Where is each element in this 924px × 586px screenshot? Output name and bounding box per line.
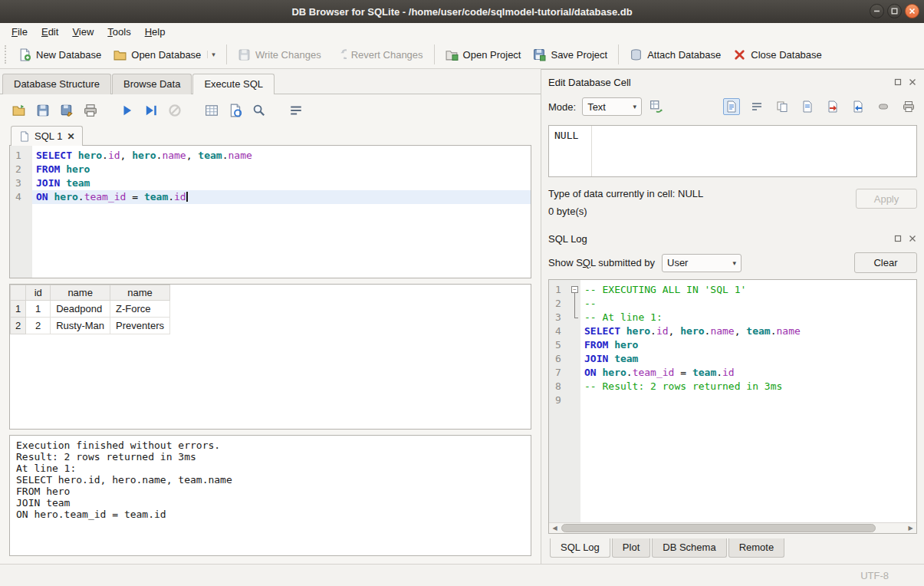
edit-cell-float-button[interactable] [893, 77, 903, 87]
open-sql-file-button[interactable] [11, 102, 28, 119]
save-sql-as-button[interactable] [58, 102, 75, 119]
log-horizontal-scrollbar[interactable]: ◀ ▶ [549, 522, 916, 533]
edit-cell-title: Edit Database Cell [548, 77, 631, 88]
find-replace-button[interactable] [251, 102, 268, 119]
sql-editor[interactable]: 1234 SELECT hero.id, hero.name, team.nam… [9, 145, 531, 278]
edit-cell-close-button[interactable] [907, 77, 917, 87]
column-header[interactable]: name [51, 285, 110, 301]
scrollbar-thumb[interactable] [561, 524, 876, 532]
line-number: 2 [10, 163, 32, 176]
code-line[interactable]: ON hero.team_id = team.id [580, 366, 916, 380]
code-line[interactable]: ON hero.team_id = team.id [32, 190, 531, 204]
auto-switch-mode-button[interactable] [648, 98, 665, 115]
menu-file[interactable]: File [5, 25, 35, 39]
attach-database-button[interactable]: Attach Database [623, 44, 727, 65]
import-cell-button[interactable] [824, 98, 841, 115]
code-line[interactable]: -- At line 1: [580, 311, 916, 324]
open-database-dropdown[interactable]: ▾ [207, 51, 215, 58]
open-project-button[interactable]: Open Project [439, 44, 528, 65]
save-project-button[interactable]: Save Project [527, 44, 613, 65]
import-cell-icon [827, 100, 839, 113]
line-number: 2 [549, 297, 570, 311]
result-cell[interactable]: Preventers [110, 318, 170, 334]
menu-help[interactable]: Help [138, 25, 173, 39]
menu-view[interactable]: View [65, 25, 100, 39]
fold-marker-icon[interactable]: − [571, 286, 578, 293]
print-button[interactable] [82, 102, 99, 119]
row-header[interactable]: 1 [11, 301, 26, 318]
tab-browse-data[interactable]: Browse Data [112, 74, 192, 94]
open-project-icon [446, 48, 459, 61]
scrollbar-track[interactable] [561, 523, 905, 533]
save-cell-button[interactable] [799, 98, 816, 115]
print-cell-button[interactable] [900, 98, 917, 115]
code-line[interactable]: SELECT hero.id, hero.name, team.name [580, 324, 916, 338]
close-database-button[interactable]: Close Database [727, 44, 828, 65]
text-view-button[interactable] [723, 98, 740, 115]
minimize-button[interactable] [870, 4, 884, 18]
scroll-left-icon[interactable]: ◀ [549, 523, 561, 533]
code-line[interactable]: SELECT hero.id, hero.name, team.name [32, 149, 531, 163]
grid-corner[interactable] [11, 285, 26, 301]
code-line[interactable] [580, 393, 916, 407]
code-line[interactable]: FROM hero [580, 338, 916, 352]
results-grid[interactable]: idnamename11DeadpondZ-Force22Rusty-ManPr… [9, 284, 531, 430]
code-line[interactable]: JOIN team [32, 176, 531, 190]
code-line[interactable]: JOIN team [580, 352, 916, 366]
tab-execute-sql[interactable]: Execute SQL [192, 74, 275, 94]
sql-log-close-button[interactable] [907, 234, 917, 244]
tab-database-structure[interactable]: Database Structure [2, 74, 111, 94]
result-cell[interactable]: Z-Force [110, 301, 170, 318]
cell-editor[interactable]: NULL [548, 125, 917, 177]
tab-sql-log[interactable]: SQL Log [550, 538, 610, 558]
export-cell-button[interactable] [850, 98, 866, 115]
tab-remote[interactable]: Remote [728, 538, 785, 558]
log-source-combobox[interactable]: User ▾ [662, 254, 742, 272]
sql-log-filter-label: Show SQL submitted by [548, 257, 655, 268]
tab-db-schema[interactable]: DB Schema [652, 538, 726, 558]
clear-log-button[interactable]: Clear [854, 252, 917, 273]
sql-tab[interactable]: SQL 1 ✕ [11, 126, 83, 146]
execute-line-button[interactable] [143, 102, 159, 119]
sql-log-float-button[interactable] [893, 234, 903, 244]
result-cell[interactable]: Rusty-Man [51, 318, 110, 334]
close-database-icon [733, 48, 746, 61]
execute-all-button[interactable] [119, 102, 136, 119]
menu-edit[interactable]: Edit [35, 25, 65, 39]
mode-combobox[interactable]: Text ▾ [582, 97, 642, 116]
main-area: Database Structure Browse Data Execute S… [0, 69, 924, 564]
result-cell[interactable]: 1 [26, 301, 51, 318]
code-line[interactable]: -- EXECUTING ALL IN 'SQL 1' [580, 283, 916, 297]
menu-tools[interactable]: Tools [100, 25, 137, 39]
editor-code-area[interactable]: SELECT hero.id, hero.name, team.nameFROM… [32, 146, 531, 278]
code-line[interactable]: -- [580, 297, 916, 311]
column-header[interactable]: id [26, 285, 51, 301]
code-line[interactable]: FROM hero [32, 163, 531, 176]
save-results-button[interactable] [227, 102, 244, 119]
close-button[interactable] [905, 4, 919, 18]
sql-tab-close-icon[interactable]: ✕ [67, 132, 74, 141]
sql-log-title: SQL Log [548, 233, 587, 245]
log-fold-margin[interactable]: − [570, 280, 580, 522]
set-null-button[interactable] [875, 98, 892, 115]
column-header[interactable]: name [110, 285, 170, 301]
maximize-button[interactable] [887, 4, 902, 18]
export-results-button[interactable] [203, 102, 220, 119]
result-cell[interactable]: Deadpond [51, 301, 110, 318]
open-database-button[interactable]: Open Database ▾ [107, 44, 222, 65]
row-header[interactable]: 2 [11, 318, 26, 334]
encoding-indicator[interactable]: UTF-8 [860, 570, 889, 581]
save-sql-file-button[interactable] [35, 102, 51, 119]
word-wrap-cell-button[interactable] [748, 98, 765, 115]
copy-cell-button[interactable] [774, 98, 791, 115]
new-database-button[interactable]: New Database [12, 44, 107, 65]
scroll-right-icon[interactable]: ▶ [905, 523, 916, 533]
word-wrap-button[interactable] [288, 102, 304, 119]
log-code-area[interactable]: -- EXECUTING ALL IN 'SQL 1'---- At line … [580, 280, 916, 522]
code-line[interactable]: -- Result: 2 rows returned in 3ms [580, 380, 916, 393]
sql-log-header: SQL Log [548, 231, 917, 246]
print-icon [84, 104, 97, 117]
result-cell[interactable]: 2 [26, 318, 51, 334]
toolbar-handle[interactable] [5, 45, 8, 64]
tab-plot[interactable]: Plot [612, 538, 650, 558]
